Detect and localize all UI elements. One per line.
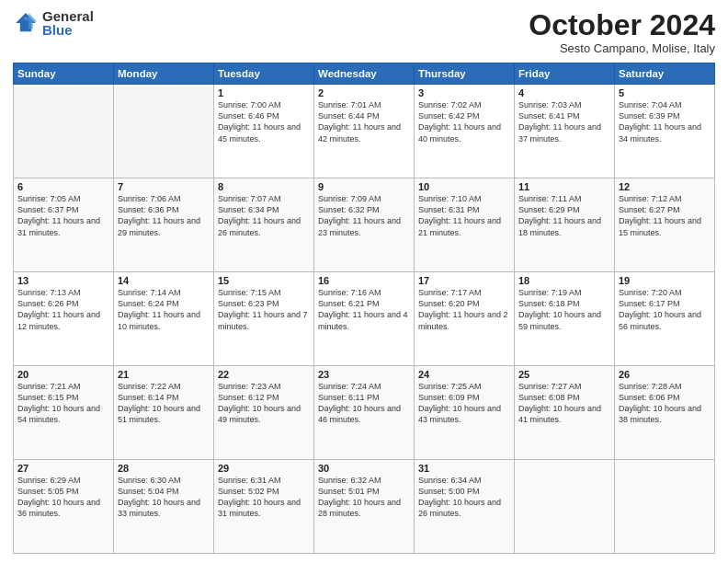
day-info: Sunrise: 7:15 AMSunset: 6:23 PMDaylight:… bbox=[218, 287, 310, 332]
calendar-cell: 28Sunrise: 6:30 AMSunset: 5:04 PMDayligh… bbox=[114, 460, 214, 554]
day-info: Sunrise: 7:19 AMSunset: 6:18 PMDaylight:… bbox=[518, 287, 610, 332]
calendar-cell: 3Sunrise: 7:02 AMSunset: 6:42 PMDaylight… bbox=[415, 85, 515, 178]
day-info: Sunrise: 7:22 AMSunset: 6:14 PMDaylight:… bbox=[118, 381, 210, 426]
day-number: 28 bbox=[118, 463, 210, 474]
calendar-cell: 20Sunrise: 7:21 AMSunset: 6:15 PMDayligh… bbox=[14, 366, 114, 460]
logo-icon bbox=[13, 10, 39, 36]
day-info: Sunrise: 7:12 AMSunset: 6:27 PMDaylight:… bbox=[619, 193, 711, 238]
calendar-cell: 24Sunrise: 7:25 AMSunset: 6:09 PMDayligh… bbox=[415, 366, 515, 460]
day-info: Sunrise: 7:02 AMSunset: 6:42 PMDaylight:… bbox=[418, 99, 510, 144]
logo-text: General Blue bbox=[42, 9, 94, 37]
calendar-cell: 16Sunrise: 7:16 AMSunset: 6:21 PMDayligh… bbox=[314, 272, 415, 366]
calendar-cell: 30Sunrise: 6:32 AMSunset: 5:01 PMDayligh… bbox=[314, 460, 415, 554]
day-number: 16 bbox=[318, 275, 410, 286]
calendar-cell: 5Sunrise: 7:04 AMSunset: 6:39 PMDaylight… bbox=[615, 85, 715, 178]
day-info: Sunrise: 7:24 AMSunset: 6:11 PMDaylight:… bbox=[318, 381, 410, 426]
day-number: 10 bbox=[418, 181, 510, 192]
calendar-cell: 26Sunrise: 7:28 AMSunset: 6:06 PMDayligh… bbox=[615, 366, 715, 460]
calendar-header-row: SundayMondayTuesdayWednesdayThursdayFrid… bbox=[14, 63, 715, 85]
calendar-cell: 18Sunrise: 7:19 AMSunset: 6:18 PMDayligh… bbox=[515, 272, 615, 366]
logo-blue: Blue bbox=[42, 23, 94, 37]
calendar-cell: 21Sunrise: 7:22 AMSunset: 6:14 PMDayligh… bbox=[114, 366, 214, 460]
day-number: 29 bbox=[218, 463, 310, 474]
day-info: Sunrise: 6:30 AMSunset: 5:04 PMDaylight:… bbox=[118, 475, 210, 520]
calendar-cell: 7Sunrise: 7:06 AMSunset: 6:36 PMDaylight… bbox=[114, 178, 214, 272]
calendar-cell: 6Sunrise: 7:05 AMSunset: 6:37 PMDaylight… bbox=[14, 178, 114, 272]
day-info: Sunrise: 7:27 AMSunset: 6:08 PMDaylight:… bbox=[518, 381, 610, 426]
calendar-cell: 15Sunrise: 7:15 AMSunset: 6:23 PMDayligh… bbox=[214, 272, 314, 366]
week-row-4: 20Sunrise: 7:21 AMSunset: 6:15 PMDayligh… bbox=[14, 366, 715, 460]
day-number: 13 bbox=[17, 275, 109, 286]
day-info: Sunrise: 7:00 AMSunset: 6:46 PMDaylight:… bbox=[218, 99, 310, 144]
day-info: Sunrise: 7:01 AMSunset: 6:44 PMDaylight:… bbox=[318, 99, 410, 144]
day-number: 5 bbox=[619, 87, 711, 98]
day-number: 11 bbox=[518, 181, 610, 192]
day-number: 1 bbox=[218, 87, 310, 98]
calendar-cell bbox=[515, 460, 615, 554]
calendar-cell: 17Sunrise: 7:17 AMSunset: 6:20 PMDayligh… bbox=[415, 272, 515, 366]
day-number: 19 bbox=[619, 275, 711, 286]
day-number: 25 bbox=[518, 369, 610, 380]
col-header-wednesday: Wednesday bbox=[314, 63, 415, 85]
day-info: Sunrise: 6:31 AMSunset: 5:02 PMDaylight:… bbox=[218, 475, 310, 520]
calendar-cell: 23Sunrise: 7:24 AMSunset: 6:11 PMDayligh… bbox=[314, 366, 415, 460]
day-number: 12 bbox=[619, 181, 711, 192]
day-info: Sunrise: 7:07 AMSunset: 6:34 PMDaylight:… bbox=[218, 193, 310, 238]
day-info: Sunrise: 7:03 AMSunset: 6:41 PMDaylight:… bbox=[518, 99, 610, 144]
page: General Blue October 2024 Sesto Campano,… bbox=[0, 0, 728, 563]
day-number: 23 bbox=[318, 369, 410, 380]
day-number: 6 bbox=[17, 181, 109, 192]
day-number: 4 bbox=[518, 87, 610, 98]
calendar-cell: 13Sunrise: 7:13 AMSunset: 6:26 PMDayligh… bbox=[14, 272, 114, 366]
day-info: Sunrise: 7:14 AMSunset: 6:24 PMDaylight:… bbox=[118, 287, 210, 332]
calendar-cell: 19Sunrise: 7:20 AMSunset: 6:17 PMDayligh… bbox=[615, 272, 715, 366]
day-number: 20 bbox=[17, 369, 109, 380]
logo: General Blue bbox=[13, 9, 94, 37]
day-info: Sunrise: 7:09 AMSunset: 6:32 PMDaylight:… bbox=[318, 193, 410, 238]
day-info: Sunrise: 6:29 AMSunset: 5:05 PMDaylight:… bbox=[17, 475, 109, 520]
day-info: Sunrise: 7:20 AMSunset: 6:17 PMDaylight:… bbox=[619, 287, 711, 332]
col-header-saturday: Saturday bbox=[615, 63, 715, 85]
day-number: 24 bbox=[418, 369, 510, 380]
calendar-cell: 29Sunrise: 6:31 AMSunset: 5:02 PMDayligh… bbox=[214, 460, 314, 554]
title-block: October 2024 Sesto Campano, Molise, Ital… bbox=[529, 9, 715, 55]
day-number: 7 bbox=[118, 181, 210, 192]
calendar-cell: 25Sunrise: 7:27 AMSunset: 6:08 PMDayligh… bbox=[515, 366, 615, 460]
day-info: Sunrise: 7:05 AMSunset: 6:37 PMDaylight:… bbox=[17, 193, 109, 238]
month-title: October 2024 bbox=[529, 9, 715, 41]
calendar-cell bbox=[114, 85, 214, 178]
col-header-friday: Friday bbox=[515, 63, 615, 85]
calendar-cell: 22Sunrise: 7:23 AMSunset: 6:12 PMDayligh… bbox=[214, 366, 314, 460]
week-row-1: 1Sunrise: 7:00 AMSunset: 6:46 PMDaylight… bbox=[14, 85, 715, 178]
day-info: Sunrise: 7:17 AMSunset: 6:20 PMDaylight:… bbox=[418, 287, 510, 332]
col-header-monday: Monday bbox=[114, 63, 214, 85]
calendar-cell bbox=[14, 85, 114, 178]
week-row-3: 13Sunrise: 7:13 AMSunset: 6:26 PMDayligh… bbox=[14, 272, 715, 366]
day-number: 14 bbox=[118, 275, 210, 286]
day-number: 31 bbox=[418, 463, 510, 474]
day-info: Sunrise: 7:10 AMSunset: 6:31 PMDaylight:… bbox=[418, 193, 510, 238]
day-number: 3 bbox=[418, 87, 510, 98]
day-number: 22 bbox=[218, 369, 310, 380]
header: General Blue October 2024 Sesto Campano,… bbox=[13, 9, 715, 55]
day-info: Sunrise: 7:28 AMSunset: 6:06 PMDaylight:… bbox=[619, 381, 711, 426]
day-number: 9 bbox=[318, 181, 410, 192]
day-number: 26 bbox=[619, 369, 711, 380]
col-header-tuesday: Tuesday bbox=[214, 63, 314, 85]
calendar-cell: 9Sunrise: 7:09 AMSunset: 6:32 PMDaylight… bbox=[314, 178, 415, 272]
day-number: 27 bbox=[17, 463, 109, 474]
calendar-cell: 8Sunrise: 7:07 AMSunset: 6:34 PMDaylight… bbox=[214, 178, 314, 272]
day-info: Sunrise: 7:25 AMSunset: 6:09 PMDaylight:… bbox=[418, 381, 510, 426]
day-number: 15 bbox=[218, 275, 310, 286]
week-row-2: 6Sunrise: 7:05 AMSunset: 6:37 PMDaylight… bbox=[14, 178, 715, 272]
day-number: 17 bbox=[418, 275, 510, 286]
calendar-cell: 12Sunrise: 7:12 AMSunset: 6:27 PMDayligh… bbox=[615, 178, 715, 272]
day-info: Sunrise: 7:23 AMSunset: 6:12 PMDaylight:… bbox=[218, 381, 310, 426]
day-number: 8 bbox=[218, 181, 310, 192]
day-info: Sunrise: 6:34 AMSunset: 5:00 PMDaylight:… bbox=[418, 475, 510, 520]
day-number: 21 bbox=[118, 369, 210, 380]
day-number: 2 bbox=[318, 87, 410, 98]
calendar-cell bbox=[615, 460, 715, 554]
calendar-cell: 11Sunrise: 7:11 AMSunset: 6:29 PMDayligh… bbox=[515, 178, 615, 272]
week-row-5: 27Sunrise: 6:29 AMSunset: 5:05 PMDayligh… bbox=[14, 460, 715, 554]
